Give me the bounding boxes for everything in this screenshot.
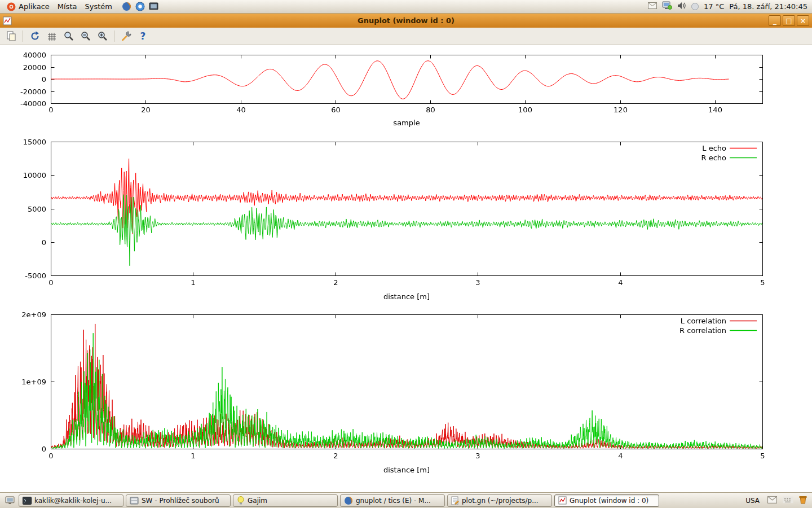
applications-menu[interactable]: Aplikace: [3, 0, 54, 14]
system-menu-label: Systém: [85, 2, 112, 11]
mail-icon: [767, 496, 777, 503]
gnuplot-window-titlebar[interactable]: Gnuplot (window id : 0) _ □ ×: [0, 14, 812, 28]
file-manager-icon: [130, 497, 139, 505]
zoom-in-button[interactable]: [95, 29, 110, 43]
desktop-icon: [5, 496, 15, 505]
echo-chart-canvas[interactable]: [0, 133, 812, 308]
bottom-panel: kaklik@kaklik-kolej-u... SW - Prohlížeč …: [0, 492, 812, 508]
trash-icon: [799, 495, 807, 504]
taskbar-button-label: Gajim: [248, 497, 267, 505]
text-editor-icon: [451, 496, 459, 505]
copy-icon: [6, 30, 17, 42]
taskbar-button-label: plot.gn (~/projects/p...: [462, 497, 539, 505]
zoom-icon: [63, 30, 74, 42]
bottom-panel-right: USA: [743, 495, 809, 506]
applications-menu-label: Aplikace: [19, 2, 50, 11]
keyboard-layout-indicator[interactable]: USA: [743, 496, 762, 506]
copy-clipboard-button[interactable]: [3, 29, 19, 43]
firefox-icon: [344, 496, 353, 505]
taskbar-button-gajim[interactable]: Gajim: [233, 494, 338, 507]
taskbar-button-gnuplot[interactable]: Gnuplot (window id : 0): [554, 494, 659, 507]
ubuntu-logo-icon: [7, 2, 16, 11]
window-title: Gnuplot (window id : 0): [0, 16, 812, 25]
remote-desktop-applet[interactable]: [662, 1, 672, 12]
firefox-launcher[interactable]: [122, 2, 131, 11]
desktop: Aplikace Místa Systém: [0, 0, 812, 508]
system-tray: 17 °C Pá, 18. září, 21:40:45: [648, 1, 809, 12]
gnuplot-icon: [558, 496, 567, 505]
minimize-icon: _: [773, 17, 776, 24]
zoom-in-icon: [97, 30, 108, 42]
volume-icon: [677, 2, 686, 10]
system-menu[interactable]: Systém: [81, 0, 116, 14]
top-panel: Aplikace Místa Systém: [0, 0, 812, 14]
keyboard-icon: [783, 496, 793, 503]
mail-notification[interactable]: [648, 2, 657, 11]
window-controls: _ □ ×: [769, 15, 809, 26]
replot-button[interactable]: [27, 29, 42, 43]
gnuplot-toolbar: ?: [0, 28, 812, 45]
mail-applet[interactable]: [767, 495, 777, 506]
zoom-out-icon: [80, 30, 91, 42]
places-menu-label: Místa: [58, 2, 77, 11]
mail-icon: [648, 2, 657, 9]
maximize-button[interactable]: □: [783, 15, 795, 26]
taskbar-button-label: kaklik@kaklik-kolej-u...: [34, 497, 112, 505]
taskbar-button-label: gnuplot / tics (E) - M...: [356, 497, 431, 505]
taskbar-button-terminal[interactable]: kaklik@kaklik-kolej-u...: [19, 494, 123, 507]
screenshot-launcher[interactable]: [149, 2, 158, 11]
taskbar-button-label: Gnuplot (window id : 0): [570, 497, 648, 505]
clock-applet[interactable]: Pá, 18. září, 21:40:45: [729, 2, 807, 11]
keyboard-applet[interactable]: [783, 495, 793, 506]
grid-icon: [46, 30, 58, 42]
grid-toggle-button[interactable]: [44, 29, 59, 43]
weather-icon[interactable]: [691, 3, 699, 10]
help-button[interactable]: ?: [135, 29, 151, 43]
gnuplot-plot-area: [0, 45, 812, 492]
close-button[interactable]: ×: [797, 15, 809, 26]
toolbar-separator: [23, 30, 23, 42]
zoom-previous-button[interactable]: [61, 29, 76, 43]
display-icon: [662, 1, 672, 10]
correlation-chart-canvas[interactable]: [0, 308, 812, 483]
trash-applet[interactable]: [799, 495, 807, 506]
close-icon: ×: [800, 17, 806, 24]
volume-applet[interactable]: [677, 2, 686, 11]
temperature-label[interactable]: 17 °C: [704, 2, 724, 11]
terminal-icon: [23, 497, 32, 505]
taskbar-button-firefox[interactable]: gnuplot / tics (E) - M...: [340, 494, 445, 507]
gajim-icon: [237, 496, 245, 505]
toolbar-separator: [114, 30, 114, 42]
maximize-icon: □: [785, 17, 792, 24]
taskbar-button-file-manager[interactable]: SW - Prohlížeč souborů: [126, 494, 231, 507]
gnuplot-window-icon: [3, 16, 12, 25]
configure-button[interactable]: [118, 29, 134, 43]
places-menu[interactable]: Místa: [54, 0, 81, 14]
terminal-icon: [149, 2, 158, 11]
firefox-icon: [122, 2, 131, 11]
help-launcher[interactable]: [135, 2, 145, 11]
panel-launchers: [122, 2, 158, 11]
taskbar-button-label: SW - Prohlížeč souborů: [142, 497, 219, 505]
taskbar-button-editor[interactable]: plot.gn (~/projects/p...: [447, 494, 552, 507]
waveform-chart-canvas[interactable]: [0, 45, 812, 133]
refresh-icon: [29, 30, 41, 42]
help-icon: [135, 2, 145, 11]
show-desktop-button[interactable]: [3, 494, 16, 507]
zoom-out-button[interactable]: [78, 29, 93, 43]
help-question-icon: ?: [140, 30, 146, 42]
wrench-icon: [121, 30, 132, 42]
minimize-button[interactable]: _: [769, 15, 781, 26]
